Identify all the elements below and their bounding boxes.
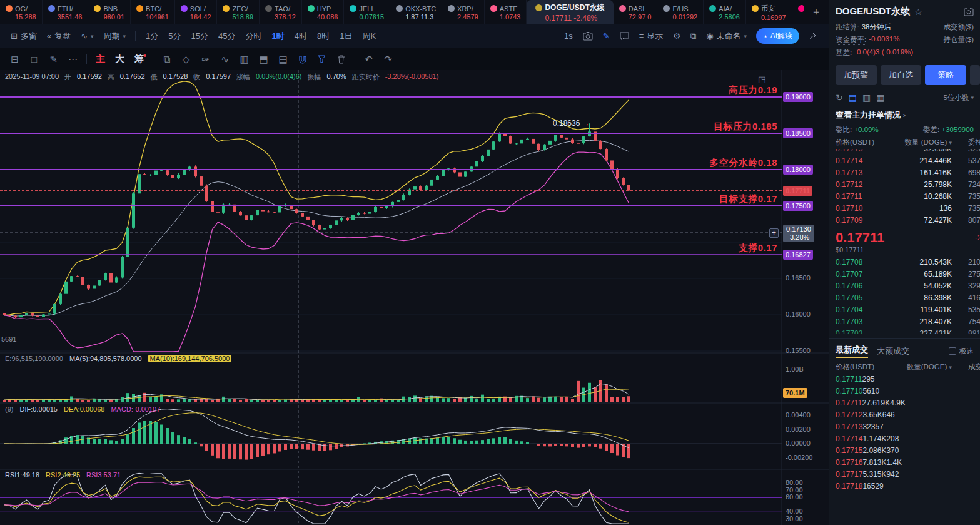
period-15分[interactable]: 15分	[186, 29, 213, 44]
order-cumulative: 416.2K	[968, 292, 980, 304]
ticker-tab-ETH/[interactable]: ETH/3551.46	[43, 0, 89, 24]
period-4时[interactable]: 4时	[290, 29, 312, 44]
strategy-button[interactable]: 策略	[925, 65, 966, 85]
period-1分[interactable]: 1分	[141, 29, 163, 44]
ticker-tab-DASI[interactable]: DASI72.97 0	[614, 0, 658, 24]
annotate-button[interactable]: ✎	[599, 29, 614, 43]
main-chart-button[interactable]: 主	[91, 53, 110, 65]
period-1时[interactable]: 1时	[267, 29, 290, 44]
rectangle-tool-icon[interactable]: □	[24, 54, 44, 64]
redo-icon[interactable]: ↷	[378, 54, 398, 65]
ask-row[interactable]: 0.17710136735.1K	[829, 203, 980, 215]
bid-row[interactable]: 0.17708210.543K210.5K	[829, 257, 980, 268]
measure-tool-icon[interactable]: ⬒	[254, 54, 273, 65]
ticker-tab-ZEC/[interactable]: ZEC/518.89	[217, 0, 260, 24]
multi-window-button[interactable]: ⊞多窗	[6, 29, 41, 44]
pen-tool-icon[interactable]: ✑	[196, 54, 215, 65]
fast-mode-checkbox[interactable]	[949, 347, 956, 355]
more-tools-icon[interactable]: ⋯	[63, 54, 83, 65]
ticker-tab-DOGE/USDT永续[interactable]: DOGE/USDT永续0.17711 -2.48%	[527, 0, 613, 24]
ask-row[interactable]: 0.1771225.798K724.7K	[829, 179, 980, 191]
ticker-tab-HYP[interactable]: HYP40.086	[302, 0, 345, 24]
period-dropdown[interactable]: 周期▾	[99, 29, 131, 44]
ticker-tab-OKX-BTC[interactable]: OKX-BTC1.87 11.3	[390, 0, 442, 24]
ai-analysis-button[interactable]: ⋆AI解读	[756, 28, 799, 44]
replay-button[interactable]: «复盘	[43, 29, 75, 44]
bid-row[interactable]: 0.1770586.398K416.2K	[829, 292, 980, 304]
ticker-tab-OG/[interactable]: OG/15.288	[0, 0, 43, 24]
window-layout-icon[interactable]: ⊟	[5, 54, 24, 65]
ticker-tab-UNI/[interactable]: UNI/8.509	[792, 0, 804, 24]
layout-expand-button[interactable]: ⧉	[686, 29, 700, 43]
ticker-tab-XRP/[interactable]: XRP/2.4579	[442, 0, 485, 24]
bid-row[interactable]: 0.17703218.407K754.0K	[829, 316, 980, 328]
wave-style-button[interactable]: ∿▾	[76, 29, 98, 43]
screenshot-button[interactable]	[578, 30, 597, 43]
chip-distribution-button[interactable]: 筹	[129, 53, 149, 65]
shape-tool-icon[interactable]: ◇	[176, 54, 196, 65]
template-dropdown[interactable]: ◉未命名▾	[702, 29, 751, 44]
add-alert-button[interactable]: 加预警	[836, 65, 877, 85]
ticker-tab-F/US[interactable]: F/US0.01292	[657, 0, 704, 24]
open-interest-label: 持仓量($)	[943, 35, 974, 45]
ask-row[interactable]: 0.17714214.446K537.5K	[829, 155, 980, 167]
tick-speed-button[interactable]: 1s	[560, 29, 577, 43]
tab-latest-trades[interactable]: 最新成交	[836, 344, 868, 358]
magnet-icon[interactable]	[293, 55, 312, 64]
brush-tool-icon[interactable]: ✎	[44, 54, 63, 65]
candlestick-chart[interactable]	[0, 70, 829, 525]
wave-tool-icon[interactable]: ∿	[215, 54, 235, 65]
ticker-tab-TAO/[interactable]: TAO/378.12	[260, 0, 302, 24]
period-周K[interactable]: 周K	[357, 29, 381, 44]
period-5分[interactable]: 5分	[163, 29, 186, 44]
volume-profile-icon[interactable]: ▥	[235, 54, 254, 65]
order-quantity: 323.08K	[883, 149, 952, 155]
ticker-tab-AIA/[interactable]: AIA/2.5806	[704, 0, 746, 24]
ask-row[interactable]: 0.17715323.08K323.1K	[829, 149, 980, 155]
note-tool-icon[interactable]: ▤	[273, 54, 293, 65]
display-settings-button[interactable]: ≡显示	[635, 29, 668, 44]
ticker-tab-ASTE[interactable]: ASTE1.0743	[485, 0, 527, 24]
ticker-tab-BNB[interactable]: BNB980.01	[88, 0, 131, 24]
bid-row[interactable]: 0.17704119.401K535.6K	[829, 304, 980, 316]
favorite-star-icon[interactable]: ☆	[914, 7, 922, 17]
comments-button[interactable]	[615, 30, 634, 43]
ticker-tab-币安[interactable]: 币安0.16997	[746, 0, 792, 24]
ticker-tab-SOL/[interactable]: SOL/164.42	[175, 0, 218, 24]
ask-row[interactable]: 0.1771110.268K735.0K	[829, 191, 980, 203]
ask-row[interactable]: 0.17713161.416K698.9K	[829, 167, 980, 179]
orderbook-layout-split-icon[interactable]: ▥	[862, 93, 871, 103]
ticker-price: 15.288	[6, 13, 36, 21]
trash-icon[interactable]	[331, 55, 351, 64]
period-45分[interactable]: 45分	[213, 29, 240, 44]
ticker-tab-JELL[interactable]: JELL0.07615	[344, 0, 390, 24]
more-actions-button[interactable]	[970, 65, 980, 85]
refresh-icon[interactable]: ↻	[836, 93, 843, 103]
layers-icon[interactable]: ⧉	[157, 54, 176, 65]
bid-row[interactable]: 0.1770654.052K329.8K	[829, 280, 980, 292]
bid-row[interactable]: 0.1770765.189K275.7K	[829, 268, 980, 280]
undo-icon[interactable]: ↶	[359, 54, 378, 65]
orderbook-layout-depth-icon[interactable]: ▦	[876, 93, 884, 103]
chart-maximize-icon[interactable]: ◳	[758, 74, 765, 84]
settings-button[interactable]: ⚙	[669, 29, 685, 43]
main-orders-link[interactable]: 查看主力挂单情况 ›	[829, 106, 980, 123]
ticker-tab-BTC/[interactable]: BTC/104961	[131, 0, 175, 24]
period-8时[interactable]: 8时	[312, 29, 335, 44]
share-button[interactable]	[804, 30, 822, 43]
ask-row[interactable]: 0.1770972.427K807.6K	[829, 215, 980, 227]
orderbook-layout-combined-icon[interactable]: ▤	[849, 93, 857, 103]
trade-quantity: 165	[862, 481, 875, 492]
bid-row[interactable]: 0.17702227.421K981.4K	[829, 328, 980, 334]
large-view-button[interactable]: 大	[110, 53, 129, 65]
add-symbol-button[interactable]: ＋	[804, 0, 829, 24]
crosshair-drag-handle[interactable]: +	[769, 228, 779, 238]
filter-icon[interactable]	[312, 55, 331, 63]
order-cumulative: 698.9K	[968, 167, 980, 179]
period-分时[interactable]: 分时	[241, 29, 267, 44]
panel-camera-icon[interactable]	[964, 8, 974, 16]
add-watchlist-button[interactable]: 加自选	[881, 65, 922, 85]
decimals-dropdown[interactable]: 5位小数▾	[944, 93, 974, 103]
tab-large-trades[interactable]: 大额成交	[877, 345, 909, 357]
period-1日[interactable]: 1日	[335, 29, 357, 44]
